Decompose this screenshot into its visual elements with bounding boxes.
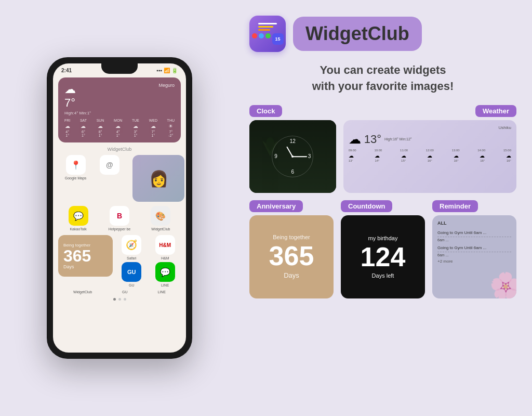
signal-icon: ▪▪▪ [156,68,162,73]
phone-bottom-widgetclub[interactable]: WidgetClub [73,290,92,294]
reminder-more: +2 more [437,259,511,264]
weather-preview-location: Ushiku [349,125,511,130]
phone-app-icons-row1: 📍 Google Maps @ 👩 [58,155,181,202]
ww-time-2: 11:00 [400,149,408,152]
phone-app-circle2[interactable]: @ [100,155,119,202]
weather-preview-icons-row: ☁☁☁☁☁☁☁ [349,153,511,159]
weather-preview-times: 09:00 10:00 11:00 12:00 13:00 14:00 15:0… [349,149,511,152]
phone-app-kakaotalk[interactable]: 💬 KakaoTalk [69,206,88,231]
maps-label: Google Maps [65,176,87,180]
phone-ann-number: 365 [63,248,108,264]
app-badge-15: 15 [272,33,284,45]
phone-bottom-line[interactable]: LINE [157,290,166,294]
dot-blue [259,33,264,38]
app-header: 15 WidgetClub [249,16,516,52]
line-icon: 💬 [155,262,175,282]
app-icon-main: 15 [249,16,286,52]
clock-widget-preview: 12 3 6 9 [249,120,336,193]
countdown-widget-preview: my birthday 124 Days left [341,215,425,298]
gu-label: GU [129,283,135,287]
photo-placeholder-area: 👩 [132,155,174,202]
app-tagline: You can create widgets with your favorit… [249,62,516,95]
phone-app-icons-row2: 💬 KakaoTalk B Hotpepper be 🎨 WidgetClub [58,206,181,231]
reminder-item-0: Going to Gym Until 6am ... [437,229,511,237]
weather-day-thu: THU☀7°-2° [167,119,175,137]
phone-bottom-gu[interactable]: GU [122,290,128,294]
phone-weather-temp: 7° [64,96,91,110]
weather-day-sat: SAT☁6°1° [80,119,87,137]
phone-screen: 2:41 ▪▪▪ 📶 🔋 ☁ 7° High:4° Min:1° [53,63,186,353]
clock-6: 6 [291,169,295,175]
phone-bottom-row: Being together 365 Days 🧭 Safari H&M H&M [58,235,181,287]
reminder-preview-title: ALL [437,220,511,226]
weather-widget-section: Ushiku ☁ 13° High:16° Min:12° 09:00 10:0… [343,120,516,193]
tagline-line1: You can create widgets [320,63,446,76]
app-name-container: WidgetClub [293,17,422,51]
weather-widget-preview: Ushiku ☁ 13° High:16° Min:12° 09:00 10:0… [343,120,516,193]
bottom-previews-row: Being together 365 Days my birthday 124 … [249,215,516,298]
dot-1 [113,298,116,301]
weather-preview-cloud-icon: ☁ [349,132,361,147]
phone-weather-days: FRI☁4°1° SAT☁6°1° SUN☁8°1° MON☁4°1° TUE☁ [64,119,175,137]
weather-day-fri: FRI☁4°1° [64,119,70,137]
battery-icon: 🔋 [171,68,178,73]
app-icon-dots: 15 [252,33,284,45]
photo-widget: 👩 [132,155,184,202]
phone-time: 2:41 [61,68,72,73]
phone-app-hm[interactable]: H&M H&M [150,235,181,260]
icon-line-3 [258,29,270,31]
phone-ann-being: Being together [63,243,108,248]
phone-mockup: 2:41 ▪▪▪ 📶 🔋 ☁ 7° High:4° Min:1° [47,57,192,359]
left-section: 2:41 ▪▪▪ 📶 🔋 ☁ 7° High:4° Min:1° [0,0,239,416]
phone-app-widgetclub2[interactable]: 🎨 WidgetClub [151,206,170,231]
phone-app-maps[interactable]: 📍 Google Maps [65,155,87,202]
ww-time-6: 15:00 [503,149,511,152]
ww-time-4: 13:00 [452,149,460,152]
safari-label: Safari [127,256,136,260]
hm-icon: H&M [155,235,175,255]
phone-app-line[interactable]: 💬 LINE [150,262,181,287]
reminder-label-col: Reminder [432,200,516,212]
clock-widget-section: 12 3 6 9 [249,120,336,193]
hotpepper-label: Hotpepper be [109,227,130,231]
countdown-widget-label: Countdown [341,200,392,212]
dot-2 [118,298,121,301]
hotpepper-icon: B [110,206,129,226]
dot-red [252,33,257,38]
app-name: WidgetClub [305,23,409,45]
widgetclub2-icon: 🎨 [151,206,170,226]
tagline-line2: with your favorite images! [312,80,454,93]
anniversary-widget-preview: Being together 365 Days [249,215,334,298]
reminder-widget-label: Reminder [432,200,478,212]
bottom-gu-label: GU [122,290,128,294]
hm-label: H&M [161,256,169,260]
phone-app-hotpepper[interactable]: B Hotpepper be [109,206,130,231]
flower-decoration-icon: 🌸 [489,271,516,298]
clock-minute-hand [292,156,307,157]
bottom-line-label: LINE [157,290,166,294]
clock-widget-label: Clock [249,105,282,117]
bottom-labels-row: Anniversary Countdown Reminder [249,200,516,212]
weather-preview-temps-row: 13°14°15°16°16°16°16° [349,159,511,162]
countdown-preview-label: my birthday [368,235,398,241]
top-labels-row: Clock Weather [249,105,516,117]
countdown-preview-days: Days left [372,272,394,279]
phone-weather-cloud-icon: ☁ [64,83,91,96]
kakaotalk-label: KakaoTalk [70,227,86,231]
clock-12: 12 [290,138,296,144]
weather-day-tue: TUE☁3°1° [132,119,139,137]
phone-app-gu[interactable]: GU GU [116,262,148,287]
line-label: LINE [161,283,169,287]
phone-widgetclub-label: WidgetClub [58,147,181,152]
reminder-item-1: Going to Gym Until 6am ... [437,244,511,252]
countdown-preview-number: 124 [361,243,406,270]
countdown-widget-section: my birthday 124 Days left [341,215,425,298]
phone-right-icons: 🧭 Safari H&M H&M GU GU 💬 [116,235,181,287]
ann-preview-being: Being together [273,234,310,240]
icon-line-1 [258,23,277,24]
phone-weather-highmin: High:4° Min:1° [64,111,91,115]
phone-content: ☁ 7° High:4° Min:1° Meguro FRI☁4°1° SAT☁… [53,75,186,303]
weather-preview-highlow: High:16° Min:12° [384,137,412,141]
reminder-widget-section: ALL Going to Gym Until 6am ... 6am ... G… [432,215,516,298]
phone-app-safari[interactable]: 🧭 Safari [116,235,148,260]
